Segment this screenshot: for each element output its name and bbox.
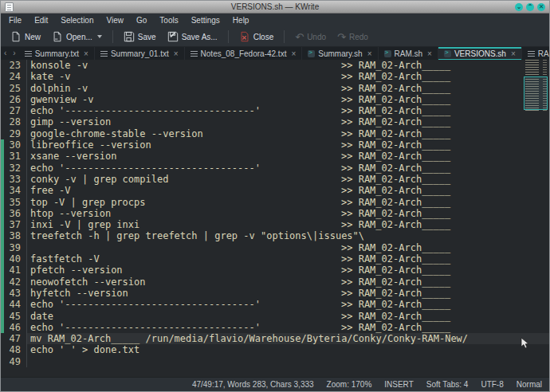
editor-line[interactable]: 28 gimp --version>> RAM_02-Arch_____ <box>1 116 549 127</box>
tab-scroll-left-icon[interactable]: ‹ <box>1 47 10 60</box>
tab[interactable]: VERSIONS.sh × <box>438 47 522 60</box>
chevron-down-icon[interactable] <box>97 35 102 38</box>
tab-scroll-right-icon[interactable]: › <box>10 47 18 60</box>
tab-close-icon[interactable]: × <box>427 49 432 58</box>
editor-line[interactable]: 45 date>> RAM_02-Arch_____ <box>1 311 549 322</box>
line-number: 48 <box>1 344 27 355</box>
line-code: hyfetch --version <box>30 288 128 299</box>
insert-mode-status[interactable]: INSERT <box>384 380 414 389</box>
line-code: inxi -V | grep inxi <box>30 219 139 230</box>
editor-line[interactable]: 26 gwenview -v>> RAM_02-Arch_____ <box>1 94 549 105</box>
editor-line[interactable]: 42 neowofetch --version>> RAM_02-Arch___… <box>1 276 549 288</box>
tab[interactable]: Summary.txt × <box>19 47 95 60</box>
line-text: echo '---------------------------------'… <box>27 322 549 333</box>
editor-line[interactable]: 39 >> RAM_02-Arch_____ <box>1 242 549 253</box>
line-number: 23 <box>1 60 27 71</box>
editor-line[interactable]: 35 top -V | grep procps>> RAM_02-Arch___… <box>1 197 549 208</box>
file-type-icon <box>308 50 315 57</box>
new-button[interactable]: New <box>6 29 45 44</box>
menu-item[interactable]: File <box>2 14 28 27</box>
editor-line[interactable]: 31 xsane --version>> RAM_02-Arch_____ <box>1 151 549 162</box>
open-button[interactable]: Open... <box>47 29 107 44</box>
close-file-button[interactable]: Close <box>234 29 279 44</box>
line-redirect: >> RAM_02-Arch_____ <box>341 71 450 82</box>
line-number: 49 <box>1 356 27 367</box>
title-bar[interactable]: VERSIONS.sh — KWrite ⌄ ⌃ ✕ <box>1 1 549 14</box>
line-code: gimp --version <box>30 116 111 127</box>
tab[interactable]: Summary_01.txt × <box>95 47 185 60</box>
line-text: echo '---------------------------------'… <box>27 299 549 310</box>
line-redirect: >> RAM_02-Arch_____ <box>341 299 450 310</box>
editor-line[interactable]: 49 <box>1 356 549 367</box>
soft-tabs-status[interactable]: Soft Tabs: 4 <box>426 380 469 389</box>
line-code: fastfetch -V <box>30 253 100 265</box>
menu-item[interactable]: Help <box>226 14 256 27</box>
menu-item[interactable]: Edit <box>28 14 54 27</box>
menu-item[interactable]: Go <box>130 14 153 27</box>
editor-line[interactable]: 25 dolphin -v>> RAM_02-Arch_____ <box>1 83 549 94</box>
editor-line[interactable]: 37 inxi -V | grep inxi>> RAM_02-Arch____… <box>1 219 549 230</box>
undo-button[interactable]: ↶ Undo <box>290 30 331 44</box>
line-redirect: >> RAM_02-Arch_____ <box>341 322 450 333</box>
new-document-icon <box>10 31 22 42</box>
editor-line[interactable]: 44 echo '-------------------------------… <box>1 299 549 310</box>
line-number: 34 <box>1 185 27 196</box>
zoom-status[interactable]: Zoom: 170% <box>327 380 372 389</box>
editor-line[interactable]: 23 konsole -v>> RAM_02-Arch_____ <box>1 60 549 71</box>
tab-close-icon[interactable]: × <box>291 49 296 58</box>
line-code: kate -v <box>30 71 71 82</box>
cursor-position-status[interactable]: 47/49:17, Words 283, Chars 3,333 <box>192 380 314 389</box>
minimap-viewport-handle[interactable] <box>524 76 548 110</box>
editor-line[interactable]: 41 pfetch --version>> RAM_02-Arch_____ <box>1 265 549 276</box>
save-button[interactable]: Save <box>119 29 161 44</box>
tab-close-icon[interactable]: × <box>367 49 372 58</box>
menu-item[interactable]: Settings <box>185 14 226 27</box>
editor-line[interactable]: 32 echo '-------------------------------… <box>1 163 549 174</box>
line-number: 37 <box>1 219 27 230</box>
menu-item[interactable]: Tools <box>153 14 184 27</box>
line-code: conky -v | grep compiled <box>30 174 168 185</box>
line-code: xsane --version <box>30 151 116 162</box>
tab[interactable]: RAM.sh × <box>379 47 438 60</box>
editor-line[interactable]: 46 echo '-------------------------------… <box>1 322 549 333</box>
line-text: free -V>> RAM_02-Arch_____ <box>27 185 549 196</box>
editor-line[interactable]: 43 hyfetch --version>> RAM_02-Arch_____ <box>1 288 549 299</box>
line-text: echo ' ' > done.txt <box>27 344 549 355</box>
tab[interactable]: RAM_02-Arch_____ × <box>522 47 550 60</box>
tab[interactable]: Notes_08_Fedora-42.txt × <box>185 47 303 60</box>
editor-line[interactable]: 27 echo '-------------------------------… <box>1 105 549 116</box>
tab[interactable]: Summary.sh × <box>302 47 378 60</box>
editor-line[interactable]: 33 conky -v | grep compiled>> RAM_02-Arc… <box>1 174 549 185</box>
line-number: 45 <box>1 311 27 322</box>
tab-close-icon[interactable]: × <box>84 49 88 58</box>
line-number: 43 <box>1 288 27 299</box>
editor-line[interactable]: 36 htop --version>> RAM_02-Arch_____ <box>1 208 549 219</box>
save-as-icon <box>167 31 179 42</box>
encoding-status[interactable]: UTF-8 <box>481 380 503 389</box>
editor-line[interactable]: 40 fastfetch -V>> RAM_02-Arch_____ <box>1 253 549 265</box>
editor-line[interactable]: 34 free -V>> RAM_02-Arch_____ <box>1 185 549 196</box>
tab-close-icon[interactable]: × <box>511 49 516 58</box>
tab-close-icon[interactable]: × <box>174 49 179 58</box>
editor-line[interactable]: 24 kate -v>> RAM_02-Arch_____ <box>1 71 549 82</box>
editor-line[interactable]: 48 echo ' ' > done.txt <box>1 344 549 355</box>
redo-button[interactable]: ↷ Redo <box>332 30 373 44</box>
editor-line[interactable]: 29 google-chrome-stable --version>> RAM_… <box>1 128 549 139</box>
line-number: 30 <box>1 139 27 151</box>
editor-line[interactable]: 47 mv RAM_02-Arch_____ /run/media/flavio… <box>1 333 549 344</box>
editor-line[interactable]: 30 libreoffice --version>> RAM_02-Arch__… <box>1 139 549 151</box>
line-number: 42 <box>1 276 27 288</box>
menu-item[interactable]: View <box>100 14 131 27</box>
line-code: mv RAM_02-Arch_____ /run/media/flavio/Wa… <box>30 333 468 344</box>
mouse-cursor <box>521 337 530 353</box>
save-as-button[interactable]: Save As... <box>163 29 222 44</box>
line-number: 44 <box>1 299 27 310</box>
tab-label: VERSIONS.sh <box>454 49 506 58</box>
tab-strip: Summary.txt × Summary_01.txt × Notes_08_… <box>19 47 550 60</box>
text-editor-area[interactable]: 23 konsole -v>> RAM_02-Arch_____ 24 kate… <box>1 60 549 377</box>
menu-item[interactable]: Selection <box>54 14 100 27</box>
file-type-icon <box>100 50 108 57</box>
scrollbar-minimap[interactable] <box>524 60 547 111</box>
highlight-mode-status[interactable]: Normal <box>517 380 542 389</box>
editor-line[interactable]: 38 treefetch -h | grep treefetch | grep … <box>1 230 549 241</box>
